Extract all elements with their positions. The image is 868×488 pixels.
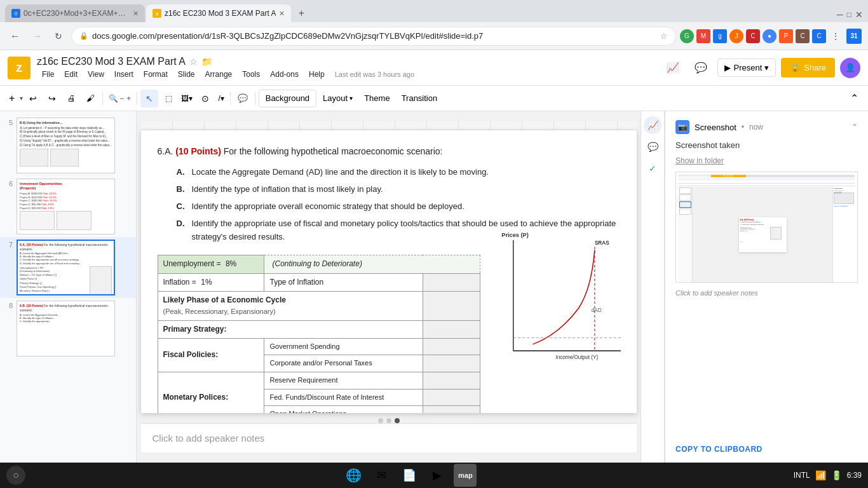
slide-thumb-7[interactable]: 7 6.A. (10 Points) For the following hyp… xyxy=(0,237,136,298)
taskbar-start-button[interactable]: ○ xyxy=(6,466,25,485)
redo-button[interactable]: ↪ xyxy=(43,90,61,107)
strategy-input-cell[interactable] xyxy=(423,320,480,338)
dot-3-active[interactable] xyxy=(395,418,400,423)
select-tool[interactable]: ⬚ xyxy=(159,90,177,107)
background-button[interactable]: Background xyxy=(259,90,316,107)
zoom-percent: − xyxy=(119,94,124,103)
address-bar[interactable]: 🔒 docs.google.com/presentation/d/1sR-3QL… xyxy=(71,27,676,46)
monetary-opt2-input[interactable] xyxy=(423,389,480,406)
share-button[interactable]: 🔒 Share xyxy=(781,58,835,78)
ext-icon-3[interactable]: g xyxy=(713,29,727,43)
address-text: docs.google.com/presentation/d/1sR-3QLBC… xyxy=(92,31,656,41)
minimize-button[interactable]: ─ xyxy=(837,10,843,20)
menu-format[interactable]: Format xyxy=(139,69,173,80)
ext-icon-7[interactable]: P xyxy=(779,29,793,43)
fiscal-opt1-input[interactable] xyxy=(423,338,480,355)
phase-label-cell: Likely Phase of a Economic Cycle (Peak, … xyxy=(158,291,423,320)
dot-1[interactable] xyxy=(378,418,383,423)
transition-button[interactable]: Transition xyxy=(397,90,443,107)
phase-input-cell[interactable] xyxy=(423,291,480,320)
screenshot-panel: 📷 Screenshot • now ⌃ Screenshot taken Sh… xyxy=(665,111,868,463)
calendar-badge[interactable]: 31 xyxy=(846,29,862,44)
back-button[interactable]: ← xyxy=(6,27,24,45)
ext-icon-6[interactable]: ● xyxy=(763,29,776,43)
slide-canvas[interactable]: 6.A. (10 Points) For the following hypot… xyxy=(141,130,637,413)
menu-view[interactable]: View xyxy=(83,69,109,80)
menu-help[interactable]: Help xyxy=(304,69,330,80)
comment-tool[interactable]: 💬 xyxy=(234,90,252,107)
copy-to-clipboard-button[interactable]: COPY TO CLIPBOARD xyxy=(675,445,763,454)
side-icon-trending[interactable]: 📈 xyxy=(644,116,661,134)
menu-slide[interactable]: Slide xyxy=(173,69,200,80)
tab2-close[interactable]: ✕ xyxy=(279,10,285,18)
add-chevron[interactable]: ▾ xyxy=(20,95,23,102)
screenshot-show-folder[interactable]: Show in folder xyxy=(675,156,858,165)
taskbar-gmail[interactable]: ✉ xyxy=(370,464,393,487)
cursor-tool[interactable]: ↖ xyxy=(140,90,158,107)
menu-file[interactable]: File xyxy=(37,69,59,80)
star-title-icon[interactable]: ☆ xyxy=(189,57,198,67)
add-button[interactable]: + xyxy=(5,90,18,107)
tab-1[interactable]: 0 0c+EC230+Mod+3+EXAM++Pa... ✕ xyxy=(5,4,145,22)
collapse-toolbar-button[interactable]: ⌃ xyxy=(845,90,863,107)
menu-arrange[interactable]: Arrange xyxy=(200,69,238,80)
menu-icon[interactable]: ⋮ xyxy=(829,29,843,43)
paint-format-button[interactable]: 🖌 xyxy=(81,90,99,107)
shape-tool[interactable]: ⊙ xyxy=(196,90,214,107)
present-button[interactable]: ▶ Present ▾ xyxy=(717,58,776,77)
undo-button[interactable]: ↩ xyxy=(24,90,42,107)
ext-icon-2[interactable]: M xyxy=(696,29,710,43)
zoom-area[interactable]: 🔍 − + xyxy=(106,90,133,107)
reload-button[interactable]: ↻ xyxy=(50,27,67,45)
ext-icon-4[interactable]: J xyxy=(729,29,743,43)
layout-button[interactable]: Layout ▾ xyxy=(318,90,358,107)
app-logo: z xyxy=(8,57,31,79)
fiscal-opt2-input[interactable] xyxy=(423,355,480,372)
tab1-close[interactable]: ✕ xyxy=(133,10,139,18)
tab-2[interactable]: z z16c EC230 Mod 3 EXAM Part A ✕ xyxy=(146,4,291,22)
side-icon-comment[interactable]: 💬 xyxy=(644,138,661,156)
monetary-opt3-input[interactable] xyxy=(423,406,480,413)
slide-thumb-5[interactable]: 5 B.6) Using the information... A) Let g… xyxy=(0,115,136,176)
line-tool[interactable]: /▾ xyxy=(215,90,226,107)
ext-icon-5[interactable]: C xyxy=(746,29,760,43)
fiscal-header-row: Fiscal Policies: Government Spending xyxy=(158,338,480,355)
comments-icon-btn[interactable]: 💬 xyxy=(689,57,712,79)
taskbar-youtube[interactable]: ▶ xyxy=(426,464,449,487)
theme-button[interactable]: Theme xyxy=(359,90,395,107)
last-edit-text: Last edit was 3 hours ago xyxy=(335,71,414,78)
ruler-horizontal xyxy=(141,121,637,130)
print-button[interactable]: 🖨 xyxy=(62,90,80,107)
canvas-area: 6.A. (10 Points) For the following hypot… xyxy=(137,111,641,463)
avatar[interactable]: 👤 xyxy=(840,58,860,78)
maximize-button[interactable]: □ xyxy=(847,10,851,19)
ext-icon-8[interactable]: C xyxy=(796,29,810,43)
type-inflation-input-cell[interactable] xyxy=(423,273,480,291)
taskbar-chrome[interactable]: 🌐 xyxy=(342,464,365,487)
close-button[interactable]: ✕ xyxy=(855,10,863,20)
monetary-header: Monetary Polices: xyxy=(158,372,264,413)
screenshot-chevron-up[interactable]: ⌃ xyxy=(851,123,858,132)
folder-icon[interactable]: 📁 xyxy=(201,57,212,67)
slide-thumb-6[interactable]: 6 Investment Opportunities(Projects) Pro… xyxy=(0,176,136,237)
new-tab-button[interactable]: + xyxy=(292,4,310,22)
slide-thumb-8[interactable]: 8 6.B. (10 Points) For the following hyp… xyxy=(0,298,136,359)
ext-icon-9[interactable]: C xyxy=(812,29,826,43)
menu-edit[interactable]: Edit xyxy=(59,69,83,80)
image-tool[interactable]: 🖼▾ xyxy=(179,90,195,107)
points-text: (10 Points) xyxy=(175,146,221,156)
menu-addons[interactable]: Add-ons xyxy=(265,69,304,80)
ext-icon-1[interactable]: G xyxy=(680,29,694,43)
trending-icon-btn[interactable]: 📈 xyxy=(661,57,684,79)
dot-2[interactable] xyxy=(386,418,391,423)
taskbar-maps[interactable]: map xyxy=(454,464,477,487)
side-icon-check[interactable]: ✓ xyxy=(644,159,661,177)
screenshot-app-icon: 📷 xyxy=(675,120,689,134)
speaker-notes-area[interactable]: Click to add speaker notes xyxy=(141,423,637,452)
star-icon[interactable]: ☆ xyxy=(660,31,668,41)
menu-tools[interactable]: Tools xyxy=(237,69,265,80)
monetary-opt1-input[interactable] xyxy=(423,372,480,389)
menu-insert[interactable]: Insert xyxy=(109,69,139,80)
forward-button[interactable]: → xyxy=(28,27,46,45)
taskbar-docs[interactable]: 📄 xyxy=(398,464,421,487)
